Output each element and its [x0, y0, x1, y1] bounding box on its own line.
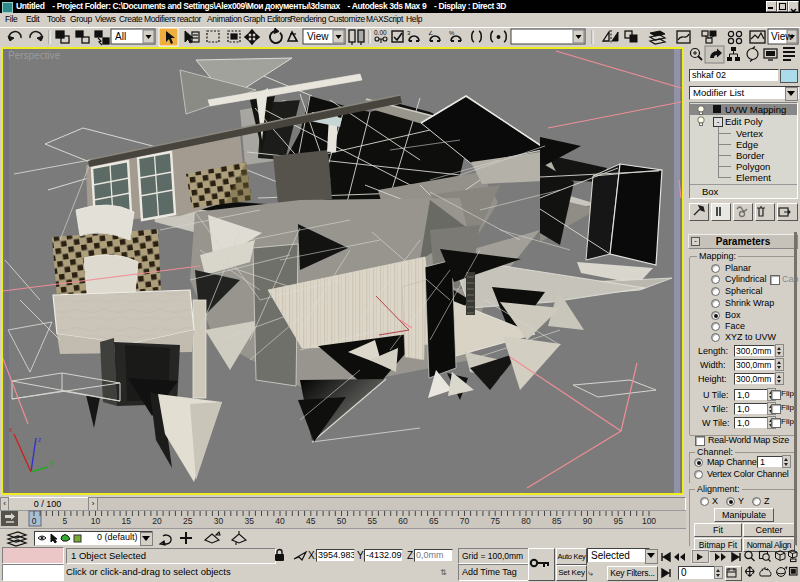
svg-text:All: All [115, 31, 126, 42]
svg-text:%: % [449, 30, 455, 36]
svg-text:View: View [307, 31, 329, 42]
svg-text:80: 80 [521, 516, 531, 526]
svg-text:25: 25 [183, 516, 193, 526]
svg-text:35: 35 [245, 516, 255, 526]
svg-text:5: 5 [62, 516, 67, 526]
svg-text:75: 75 [490, 516, 500, 526]
svg-text:Perspective: Perspective [8, 50, 61, 61]
svg-text:0: 0 [32, 516, 37, 526]
svg-text:∠: ∠ [428, 30, 433, 36]
svg-text:View: View [771, 31, 793, 42]
svg-text:50: 50 [337, 516, 347, 526]
svg-text:65: 65 [429, 516, 439, 526]
svg-text:55: 55 [367, 516, 377, 526]
svg-text:85: 85 [552, 516, 562, 526]
svg-text:70: 70 [460, 516, 470, 526]
svg-text:95: 95 [613, 516, 623, 526]
svg-text:90: 90 [583, 516, 593, 526]
svg-text:20: 20 [152, 516, 162, 526]
svg-text:z: z [38, 436, 41, 443]
svg-text:30: 30 [214, 516, 224, 526]
svg-text:3: 3 [407, 30, 411, 36]
svg-text:15: 15 [122, 516, 132, 526]
svg-text:100: 100 [642, 516, 656, 526]
svg-text:0.00: 0.00 [374, 29, 387, 36]
svg-text:45: 45 [306, 516, 316, 526]
svg-text:10: 10 [91, 516, 101, 526]
svg-text:40: 40 [275, 516, 285, 526]
svg-text:60: 60 [398, 516, 408, 526]
